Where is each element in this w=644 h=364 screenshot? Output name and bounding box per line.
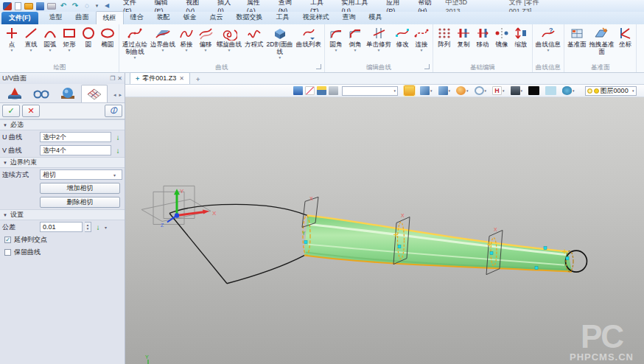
wire-cube-icon[interactable] — [438, 86, 448, 95]
chevron-down-icon[interactable]: ▼ — [228, 48, 231, 52]
ribbon-tab-模具[interactable]: 模具 — [363, 11, 389, 24]
ribbon-tab-缝合[interactable]: 缝合 — [124, 11, 150, 24]
swatch-blue-icon[interactable] — [545, 86, 556, 95]
chevron-down-icon[interactable]: ▼ — [161, 48, 165, 52]
u-curves-field[interactable]: 选中2个 — [40, 132, 111, 142]
panel-tab-extrude[interactable] — [1, 85, 28, 102]
ok-button[interactable]: ✓ — [2, 105, 20, 117]
h-icon-icon[interactable]: H — [492, 86, 502, 95]
tolerance-input[interactable]: 0.01 — [40, 222, 83, 232]
dark-cube-icon[interactable] — [511, 86, 520, 95]
tolerance-pick-icon[interactable]: ↓ — [94, 223, 102, 231]
section-boundary[interactable]: ▼ 边界约束 — [0, 157, 125, 168]
panel-tab-glasses[interactable] — [28, 85, 55, 102]
ribbon-tab-数据交换[interactable]: 数据交换 — [230, 11, 270, 24]
entity-info-icon[interactable] — [293, 86, 303, 95]
dialog-launcher-icon[interactable] — [424, 64, 430, 69]
ribbon-button-直线[interactable]: 直线▼ — [21, 25, 41, 53]
keep-checkbox[interactable] — [4, 249, 11, 256]
chevron-down-icon[interactable]: ▾ — [466, 88, 469, 93]
ribbon-button-单击修剪[interactable]: 单击修剪▼ — [365, 25, 393, 53]
chevron-down-icon[interactable]: ▾ — [521, 88, 523, 93]
ribbon-button-移动[interactable]: 移动 — [473, 25, 492, 53]
ribbon-button-方程式[interactable]: 方程式 — [243, 25, 265, 53]
chevron-down-icon[interactable]: ▾ — [485, 88, 487, 93]
new-file-icon[interactable] — [15, 2, 21, 10]
ribbon-button-椭圆[interactable]: 椭圆 — [98, 25, 117, 53]
ribbon-button-圆角[interactable]: 圆角▼ — [326, 25, 346, 53]
chevron-down-icon[interactable]: ▾ — [449, 88, 451, 93]
auto-regen-icon[interactable] — [405, 86, 414, 95]
ribbon-button-桥接[interactable]: 桥接▼ — [177, 25, 196, 53]
ribbon-tab-视觉样式[interactable]: 视觉样式 — [296, 11, 336, 24]
pick-filter-icon[interactable] — [329, 86, 338, 95]
ribbon-button-矩形[interactable]: 矩形▼ — [60, 25, 79, 53]
info-button[interactable]: ⓘ — [105, 105, 122, 117]
print-icon[interactable] — [47, 3, 56, 10]
chevron-down-icon[interactable]: ▾ — [105, 225, 111, 230]
app-logo-icon[interactable] — [3, 2, 12, 10]
document-tab-active[interactable]: + 零件001.Z3 ✕ — [130, 72, 190, 84]
erase-icon[interactable] — [305, 86, 315, 95]
tolerance-spinner[interactable]: ▲▼ — [85, 222, 91, 232]
continuity-dropdown[interactable]: 相切 ▾ — [40, 169, 122, 180]
chevron-down-icon[interactable]: ▼ — [377, 48, 380, 52]
ribbon-button-通过点绘制曲线[interactable]: 通过点绘 制曲线▼ — [121, 25, 149, 60]
ribbon-button-缩放[interactable]: 缩放 — [511, 25, 531, 53]
ribbon-button-拖拽基准面[interactable]: 拖拽基准 面 — [587, 25, 615, 60]
ribbon-button-点[interactable]: 点▼ — [2, 25, 21, 53]
ribbon-button-圆[interactable]: 圆 — [79, 25, 98, 53]
save-icon[interactable] — [36, 2, 44, 10]
panel-tab-uv-surface[interactable] — [81, 85, 108, 102]
ribbon-button-镜像[interactable]: 镜像 — [492, 25, 511, 53]
ribbon-tab-钣金[interactable]: 钣金 — [177, 11, 203, 24]
ring-icon[interactable] — [475, 86, 484, 95]
quick-access-dropdown-icon[interactable]: ▾ — [94, 2, 99, 10]
blank-box-icon[interactable] — [317, 86, 326, 95]
panel-close-icon[interactable]: ✕ — [117, 75, 122, 82]
chevron-down-icon[interactable]: ▾ — [503, 88, 505, 93]
ribbon-button-基准面[interactable]: 基准面 — [566, 25, 588, 53]
ribbon-button-倒角[interactable]: 倒角▼ — [346, 25, 365, 53]
view-wheel-icon[interactable] — [456, 86, 466, 95]
ribbon-button-阵列[interactable]: 阵列 — [435, 25, 454, 53]
filter-combo[interactable]: ▾ — [342, 86, 398, 96]
shade-cube-icon[interactable] — [420, 86, 430, 95]
redo-icon[interactable]: ↷ — [71, 2, 80, 10]
chevron-down-icon[interactable]: ▼ — [419, 48, 423, 52]
ribbon-tab-线框[interactable]: 线框 — [96, 11, 124, 24]
file-menu-button[interactable]: 文件(F) — [1, 12, 38, 24]
ribbon-button-坐标[interactable]: 坐标 — [615, 25, 634, 53]
chevron-down-icon[interactable]: ▼ — [334, 48, 337, 52]
layer-combo[interactable]: 图层0000▾ — [585, 86, 637, 96]
panel-tab-nav[interactable]: ◂▸ — [113, 92, 123, 102]
remove-tangent-button[interactable]: 删除相切 — [40, 197, 120, 208]
chevron-down-icon[interactable]: ▼ — [49, 48, 52, 52]
ribbon-button-2D剖面曲线[interactable]: 2D剖面曲 线▼ — [265, 25, 295, 60]
ribbon-button-曲线信息[interactable]: ?曲线信息▼ — [534, 25, 562, 53]
ribbon-button-曲线列表[interactable]: 曲线列表 — [295, 25, 323, 53]
tab-close-icon[interactable]: ✕ — [179, 75, 184, 82]
ribbon-tab-点云[interactable]: 点云 — [203, 11, 230, 24]
cancel-button[interactable]: ✕ — [22, 105, 40, 117]
swatch-black-icon[interactable] — [528, 86, 539, 95]
chevron-down-icon[interactable]: ▼ — [546, 48, 550, 52]
undo-icon[interactable]: ↶ — [59, 2, 68, 10]
loft-surface[interactable] — [303, 215, 572, 271]
chevron-down-icon[interactable]: ▼ — [204, 48, 208, 52]
chevron-down-icon[interactable]: ▼ — [185, 48, 189, 52]
view-rotate-icon[interactable]: ◌ — [83, 2, 91, 10]
viewport-3d-canvas[interactable]: Y X Z — [125, 97, 644, 364]
chevron-down-icon[interactable]: ▾ — [430, 88, 433, 93]
panel-tab-sphere[interactable] — [55, 85, 81, 102]
ribbon-button-连接[interactable]: 连接▼ — [412, 25, 431, 53]
chevron-down-icon[interactable]: ▼ — [133, 55, 137, 60]
u-pick-icon[interactable]: ↓ — [113, 133, 122, 141]
extend-checkbox[interactable]: ✓ — [4, 237, 11, 243]
ribbon-button-复制[interactable]: 复制 — [454, 25, 473, 53]
new-document-tab-button[interactable]: + — [190, 75, 206, 84]
chevron-down-icon[interactable]: ▼ — [68, 48, 71, 52]
3d-scene[interactable]: Y X Z — [125, 97, 644, 364]
panel-restore-icon[interactable]: ❐ — [110, 75, 115, 82]
chevron-down-icon[interactable]: ▼ — [353, 48, 357, 52]
